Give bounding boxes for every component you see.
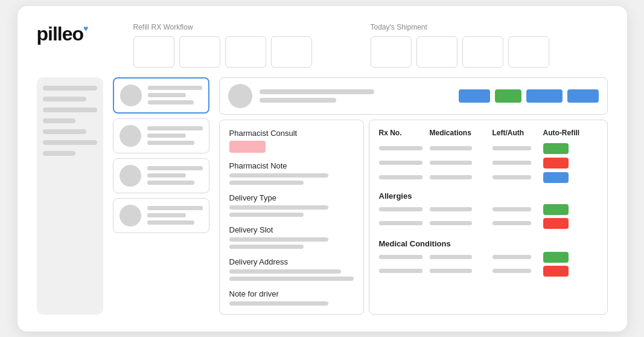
patient-card-4[interactable] <box>113 198 209 233</box>
medical-badge[interactable] <box>543 252 569 263</box>
patient-info <box>148 86 202 104</box>
auto-refill-badge[interactable] <box>543 172 569 183</box>
medical-cell <box>430 255 472 259</box>
patient-info <box>147 166 203 185</box>
rx-table-header: Rx No. Medications Left/Auth Auto-Refill <box>379 129 598 137</box>
avatar <box>120 85 142 106</box>
note-driver-label: Note for driver <box>229 289 354 298</box>
rx-cell <box>379 161 422 165</box>
col-header-med: Medications <box>430 129 490 137</box>
badge-green[interactable] <box>495 89 521 103</box>
patient-line <box>147 166 203 170</box>
rx-cell <box>493 161 531 165</box>
lower-content: Pharmacist Consult Pharmacist Note Deliv… <box>219 120 608 315</box>
shipment-boxes <box>371 36 608 68</box>
refill-title: Refill RX Workflow <box>133 23 371 31</box>
allergy-row-2 <box>379 218 598 229</box>
pharmacist-note-row: Pharmacist Note <box>229 161 354 185</box>
medical-row-1 <box>379 252 598 263</box>
workflow-box-1[interactable] <box>133 36 174 68</box>
pharmacist-note-label: Pharmacist Note <box>229 161 354 170</box>
patient-card-3[interactable] <box>113 158 209 193</box>
rx-cell <box>430 161 472 165</box>
table-row <box>379 158 598 168</box>
patient-line <box>148 93 186 97</box>
badge-blue-1[interactable] <box>459 89 490 103</box>
patient-list <box>113 77 209 315</box>
pharmacist-consult-label: Pharmacist Consult <box>229 129 354 138</box>
rx-cell <box>379 146 422 150</box>
sidebar <box>37 77 103 315</box>
medical-cell <box>493 269 531 273</box>
delivery-address-label: Delivery Address <box>229 257 354 266</box>
allergies-section: Allergies <box>379 191 598 232</box>
medical-cell <box>430 269 472 273</box>
col-header-left: Left/Auth <box>493 129 541 137</box>
allergies-label: Allergies <box>379 191 598 201</box>
active-badges <box>459 89 599 103</box>
badge-blue-2[interactable] <box>526 89 563 103</box>
shipment-box-4[interactable] <box>508 36 549 68</box>
allergy-badge[interactable] <box>543 218 569 229</box>
patient-info <box>147 206 203 225</box>
shipment-title: Today's Shipment <box>371 23 608 31</box>
delivery-slot-label: Delivery Slot <box>229 225 354 234</box>
rx-table: Rx No. Medications Left/Auth Auto-Refill <box>369 120 608 315</box>
allergy-row-1 <box>379 204 598 215</box>
allergy-badge[interactable] <box>543 204 569 215</box>
sidebar-line-3 <box>43 108 97 112</box>
shipment-box-1[interactable] <box>371 36 412 68</box>
sidebar-line-1 <box>43 86 97 91</box>
active-patient-row <box>219 77 608 115</box>
allergy-cell <box>430 221 472 225</box>
workflow-box-2[interactable] <box>179 36 220 68</box>
detail-panel: Pharmacist Consult Pharmacist Note Deliv… <box>219 77 608 315</box>
rx-cell <box>493 175 531 179</box>
note-driver-value <box>229 301 329 306</box>
medical-conditions-label: Medical Conditions <box>379 239 598 248</box>
delivery-slot-value <box>229 237 329 242</box>
patient-line <box>147 141 194 145</box>
rx-cell <box>493 146 531 150</box>
delivery-type-row: Delivery Type <box>229 193 354 217</box>
workflow-box-4[interactable] <box>271 36 312 68</box>
logo-text: pilleo <box>37 23 84 45</box>
logo-heart-icon: ♥ <box>83 24 88 33</box>
delivery-address-row: Delivery Address <box>229 257 354 281</box>
patient-line <box>148 86 202 90</box>
allergy-cell <box>493 207 531 211</box>
auto-refill-badge[interactable] <box>543 143 569 154</box>
patient-card-2[interactable] <box>113 118 209 153</box>
header-sections: Refill RX Workflow Today's Shipment <box>133 23 608 68</box>
patient-line <box>147 213 186 217</box>
delivery-type-value-2 <box>229 213 304 217</box>
patient-line <box>147 220 194 225</box>
medical-cell <box>379 255 422 259</box>
avatar <box>120 165 141 187</box>
allergy-cell <box>493 221 531 225</box>
col-header-auto: Auto-Refill <box>543 129 591 137</box>
rx-form: Pharmacist Consult Pharmacist Note Deliv… <box>219 120 364 315</box>
patient-line <box>147 181 194 185</box>
patient-line <box>147 133 186 138</box>
medical-cell <box>493 255 531 259</box>
patient-card-1[interactable] <box>113 77 209 114</box>
pharmacist-note-value-2 <box>229 181 304 185</box>
active-patient-info <box>260 89 451 103</box>
active-info-line-1 <box>260 89 375 94</box>
shipment-box-2[interactable] <box>416 36 457 68</box>
auto-refill-badge[interactable] <box>543 158 569 168</box>
workflow-box-3[interactable] <box>225 36 266 68</box>
table-row <box>379 143 598 154</box>
sidebar-line-4 <box>43 118 75 123</box>
medical-conditions-section: Medical Conditions <box>379 239 598 280</box>
header: pilleo♥ Refill RX Workflow Today's Shipm… <box>37 23 608 68</box>
medical-badge[interactable] <box>543 266 569 277</box>
logo: pilleo♥ <box>37 23 133 45</box>
active-avatar <box>228 84 252 108</box>
shipment-box-3[interactable] <box>462 36 503 68</box>
badge-blue-3[interactable] <box>567 89 599 103</box>
patient-line <box>147 206 203 210</box>
delivery-slot-value-2 <box>229 245 304 249</box>
table-row <box>379 172 598 183</box>
